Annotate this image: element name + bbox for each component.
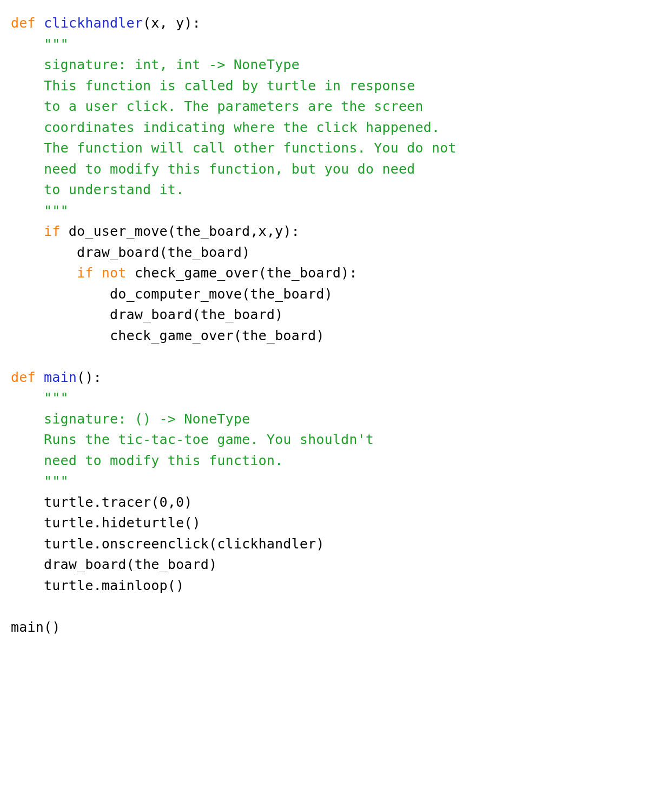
code-token: """ bbox=[11, 203, 69, 219]
code-token: Runs the tic-tac-toe game. You shouldn't bbox=[11, 432, 374, 447]
code-token: turtle.onscreenclick(clickhandler) bbox=[11, 536, 325, 552]
code-token bbox=[36, 369, 44, 385]
code-token: if bbox=[44, 223, 61, 239]
code-token: draw_board(the_board) bbox=[11, 307, 283, 322]
code-token: to understand it. bbox=[11, 182, 184, 197]
code-token: """ bbox=[11, 390, 69, 406]
code-token: not bbox=[102, 265, 127, 281]
code-token: turtle.tracer(0,0) bbox=[11, 494, 193, 510]
code-token: do_computer_move(the_board) bbox=[11, 286, 333, 302]
code-token: """ bbox=[11, 473, 69, 489]
code-token: (): bbox=[77, 369, 102, 385]
code-token: draw_board(the_board) bbox=[11, 557, 217, 572]
code-token: clickhandler bbox=[44, 15, 143, 31]
code-token: do_user_move(the_board,x,y): bbox=[61, 223, 300, 239]
code-token: The function will call other functions. … bbox=[11, 140, 457, 156]
code-token: if bbox=[77, 265, 94, 281]
code-token: main bbox=[44, 369, 77, 385]
code-token: to a user click. The parameters are the … bbox=[11, 98, 424, 114]
python-code-block: def clickhandler(x, y): """ signature: i… bbox=[0, 0, 672, 651]
code-token: def bbox=[11, 15, 36, 31]
code-token: signature: () -> NoneType bbox=[11, 411, 250, 427]
code-token: need to modify this function, but you do… bbox=[11, 161, 415, 177]
code-token: main() bbox=[11, 619, 61, 635]
code-token: """ bbox=[11, 36, 69, 52]
code-token: need to modify this function. bbox=[11, 453, 283, 468]
code-token: This function is called by turtle in res… bbox=[11, 78, 415, 94]
code-token: def bbox=[11, 369, 36, 385]
code-token: (x, y): bbox=[143, 15, 201, 31]
code-token: turtle.hideturtle() bbox=[11, 515, 201, 531]
code-token bbox=[11, 223, 44, 239]
code-token: check_game_over(the_board) bbox=[11, 328, 325, 343]
code-token bbox=[36, 15, 44, 31]
code-token: turtle.mainloop() bbox=[11, 578, 184, 593]
code-token: signature: int, int -> NoneType bbox=[11, 57, 300, 72]
code-token: draw_board(the_board) bbox=[11, 244, 250, 260]
code-token: check_game_over(the_board): bbox=[127, 265, 358, 281]
code-token: coordinates indicating where the click h… bbox=[11, 120, 440, 135]
code-token bbox=[94, 265, 102, 281]
code-token bbox=[11, 265, 77, 281]
